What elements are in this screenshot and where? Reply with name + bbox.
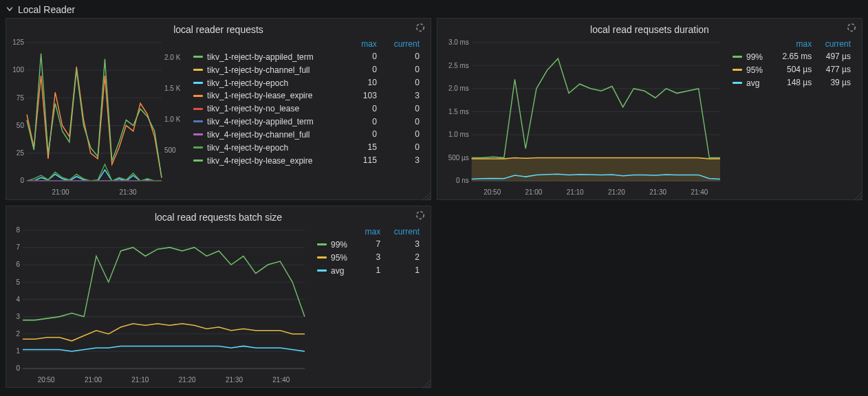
legend-row[interactable]: tikv_4-reject-by-lease_expire1153 bbox=[189, 154, 424, 167]
resize-handle-icon[interactable] bbox=[422, 379, 431, 387]
legend-current: 497 µs bbox=[816, 50, 855, 63]
legend-max: 103 bbox=[351, 89, 381, 102]
legend-label: 95% bbox=[331, 253, 347, 263]
svg-text:5: 5 bbox=[16, 277, 20, 286]
legend-header-max[interactable]: max bbox=[351, 38, 381, 50]
legend-current: 2 bbox=[384, 251, 424, 264]
chart-area[interactable]: 0 ns500 µs1.0 ms1.5 ms2.0 ms2.5 ms3.0 ms… bbox=[437, 38, 724, 199]
legend-swatch-icon bbox=[193, 146, 203, 148]
legend-row[interactable]: tikv_4-reject-by-channel_full00 bbox=[189, 128, 424, 141]
svg-point-42 bbox=[417, 212, 424, 219]
svg-text:21:20: 21:20 bbox=[608, 188, 625, 197]
svg-text:20:50: 20:50 bbox=[38, 375, 55, 384]
chart-area[interactable]: 01234567820:5021:0021:1021:2021:3021:40 bbox=[6, 226, 309, 387]
svg-text:0: 0 bbox=[20, 176, 24, 185]
svg-text:3: 3 bbox=[16, 311, 20, 320]
legend-max: 0 bbox=[351, 115, 381, 128]
legend-row[interactable]: 95%504 µs477 µs bbox=[728, 63, 855, 76]
legend-current: 0 bbox=[381, 102, 424, 115]
legend-label: avg bbox=[746, 78, 759, 87]
resize-handle-icon[interactable] bbox=[854, 191, 862, 199]
legend-header-current[interactable]: current bbox=[384, 226, 424, 238]
loading-icon bbox=[415, 210, 425, 220]
svg-text:8: 8 bbox=[16, 226, 20, 234]
legend-header-current[interactable]: current bbox=[816, 38, 855, 50]
legend: max current 99%2.65 ms497 µs95%504 µs477… bbox=[724, 38, 862, 199]
svg-text:500: 500 bbox=[164, 145, 176, 154]
legend-row[interactable]: tikv_4-reject-by-epoch150 bbox=[189, 141, 424, 154]
legend-max: 10 bbox=[351, 76, 381, 89]
legend-current: 0 bbox=[381, 115, 424, 128]
legend: max current 99%7395%32avg11 bbox=[309, 226, 431, 387]
legend: max current tikv_1-reject-by-appiled_ter… bbox=[185, 38, 431, 172]
legend-row[interactable]: tikv_4-reject-by-appiled_term00 bbox=[189, 115, 424, 128]
svg-text:6: 6 bbox=[16, 260, 20, 269]
svg-text:1.0 ms: 1.0 ms bbox=[448, 130, 469, 139]
legend-swatch-icon bbox=[317, 243, 327, 245]
svg-text:21:30: 21:30 bbox=[119, 188, 136, 197]
svg-text:7: 7 bbox=[16, 243, 20, 252]
svg-point-20 bbox=[848, 24, 856, 32]
legend-max: 504 µs bbox=[772, 63, 816, 76]
svg-text:0 ns: 0 ns bbox=[456, 176, 469, 185]
legend-current: 3 bbox=[384, 238, 424, 251]
svg-text:21:40: 21:40 bbox=[272, 375, 290, 384]
svg-text:2.0 ms: 2.0 ms bbox=[448, 84, 469, 93]
legend-row[interactable]: 95%32 bbox=[313, 251, 424, 264]
legend-current: 39 µs bbox=[816, 76, 855, 89]
legend-row[interactable]: 99%73 bbox=[313, 238, 424, 251]
legend-row[interactable]: 99%2.65 ms497 µs bbox=[728, 50, 855, 63]
panel-title: local reader requests bbox=[6, 19, 431, 38]
svg-text:4: 4 bbox=[16, 294, 20, 303]
legend-row[interactable]: tikv_1-reject-by-no_lease00 bbox=[189, 102, 424, 115]
svg-text:1.5 ms: 1.5 ms bbox=[448, 107, 469, 116]
legend-header-current[interactable]: current bbox=[381, 38, 424, 50]
svg-text:21:10: 21:10 bbox=[131, 375, 149, 384]
legend-current: 0 bbox=[381, 50, 424, 63]
svg-text:21:00: 21:00 bbox=[52, 188, 69, 197]
svg-text:21:30: 21:30 bbox=[226, 375, 243, 384]
legend-header-max[interactable]: max bbox=[772, 38, 816, 50]
legend-swatch-icon bbox=[733, 56, 742, 58]
legend-max: 148 µs bbox=[772, 76, 816, 89]
legend-row[interactable]: tikv_1-reject-by-appiled_term00 bbox=[189, 50, 424, 63]
legend-current: 0 bbox=[381, 141, 424, 154]
svg-text:1.5 K: 1.5 K bbox=[164, 84, 180, 93]
svg-text:125: 125 bbox=[12, 38, 24, 46]
legend-label: tikv_4-reject-by-channel_full bbox=[207, 130, 310, 140]
legend-swatch-icon bbox=[193, 108, 203, 110]
legend-current: 477 µs bbox=[816, 63, 855, 76]
svg-text:1.0 K: 1.0 K bbox=[164, 114, 180, 123]
svg-text:2: 2 bbox=[16, 329, 20, 338]
legend-row[interactable]: avg11 bbox=[313, 264, 424, 277]
legend-header-max[interactable]: max bbox=[357, 226, 384, 238]
svg-text:21:00: 21:00 bbox=[525, 188, 543, 197]
legend-swatch-icon bbox=[733, 69, 742, 71]
chevron-down-icon bbox=[6, 4, 14, 15]
svg-text:0: 0 bbox=[16, 364, 20, 373]
svg-text:500 µs: 500 µs bbox=[448, 153, 469, 162]
resize-handle-icon[interactable] bbox=[422, 191, 431, 199]
panel-local-read-batch-size: local read requests batch size 012345678… bbox=[6, 206, 431, 388]
legend-row[interactable]: tikv_1-reject-by-epoch100 bbox=[189, 76, 424, 89]
legend-current: 0 bbox=[381, 128, 424, 141]
svg-text:20:50: 20:50 bbox=[484, 188, 501, 197]
svg-point-0 bbox=[417, 24, 424, 32]
chart-area[interactable]: 02550751001255001.0 K1.5 K2.0 K21:0021:3… bbox=[6, 38, 185, 199]
legend-label: tikv_4-reject-by-lease_expire bbox=[207, 155, 312, 165]
legend-current: 3 bbox=[381, 89, 424, 102]
legend-current: 0 bbox=[381, 76, 424, 89]
legend-row[interactable]: tikv_1-reject-by-channel_full00 bbox=[189, 63, 424, 76]
svg-text:3.0 ms: 3.0 ms bbox=[448, 38, 469, 46]
row-header[interactable]: Local Reader bbox=[0, 0, 868, 18]
legend-row[interactable]: tikv_1-reject-by-lease_expire1033 bbox=[189, 89, 424, 102]
legend-max: 3 bbox=[357, 251, 384, 264]
legend-label: 99% bbox=[746, 52, 763, 62]
legend-swatch-icon bbox=[193, 56, 203, 58]
legend-label: tikv_4-reject-by-epoch bbox=[207, 143, 288, 153]
panel-title: local read requsets duration bbox=[437, 19, 862, 38]
legend-row[interactable]: avg148 µs39 µs bbox=[728, 76, 855, 89]
legend-label: 95% bbox=[746, 65, 763, 75]
legend-max: 0 bbox=[351, 128, 381, 141]
legend-swatch-icon bbox=[193, 82, 203, 84]
